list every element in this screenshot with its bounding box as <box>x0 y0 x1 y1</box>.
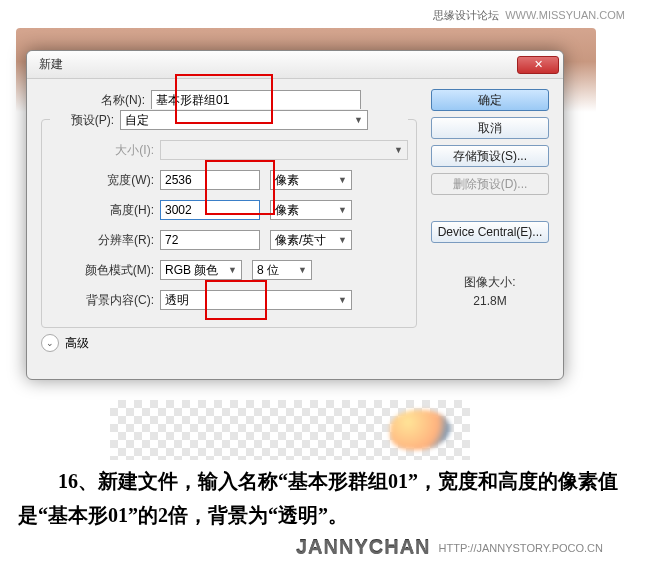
size-label: 大小(I): <box>50 142 160 159</box>
bottom-signature: JANNYCHAN HTTP://JANNYSTORY.POCO.CN <box>296 536 603 559</box>
width-unit-dropdown[interactable]: 像素▼ <box>270 170 352 190</box>
titlebar[interactable]: 新建 ✕ <box>27 51 563 79</box>
checkerboard-bg <box>110 400 470 460</box>
chevron-down-icon: ▼ <box>338 175 347 185</box>
preset-dropdown[interactable]: 自定▼ <box>120 110 368 130</box>
colormode-dropdown[interactable]: RGB 颜色▼ <box>160 260 242 280</box>
chevron-down-icon: ▼ <box>354 115 363 125</box>
advanced-row[interactable]: ⌄ 高级 <box>41 334 417 352</box>
background-dropdown[interactable]: 透明▼ <box>160 290 352 310</box>
chevron-down-icon: ▼ <box>394 145 403 155</box>
width-input[interactable] <box>160 170 260 190</box>
chevron-down-icon: ▼ <box>338 295 347 305</box>
top-watermark: 思缘设计论坛WWW.MISSYUAN.COM <box>433 8 625 23</box>
height-label: 高度(H): <box>50 202 160 219</box>
instruction-text: 16、新建文件，输入名称“基本形群组01”，宽度和高度的像素值是“基本形01”的… <box>18 464 628 532</box>
chevron-double-down-icon[interactable]: ⌄ <box>41 334 59 352</box>
name-label: 名称(N): <box>41 92 151 109</box>
resolution-input[interactable] <box>160 230 260 250</box>
colormode-label: 颜色模式(M): <box>50 262 160 279</box>
resolution-unit-dropdown[interactable]: 像素/英寸▼ <box>270 230 352 250</box>
close-button[interactable]: ✕ <box>517 56 559 74</box>
chevron-down-icon: ▼ <box>228 265 237 275</box>
dialog-title: 新建 <box>39 56 517 73</box>
chevron-down-icon: ▼ <box>338 205 347 215</box>
image-size-info: 图像大小: 21.8M <box>431 273 549 311</box>
ok-button[interactable]: 确定 <box>431 89 549 111</box>
size-dropdown: ▼ <box>160 140 408 160</box>
device-central-button[interactable]: Device Central(E)... <box>431 221 549 243</box>
advanced-label: 高级 <box>65 335 89 352</box>
height-input[interactable] <box>160 200 260 220</box>
cancel-button[interactable]: 取消 <box>431 117 549 139</box>
background-label: 背景内容(C): <box>50 292 160 309</box>
name-input[interactable] <box>151 90 361 110</box>
chevron-down-icon: ▼ <box>338 235 347 245</box>
height-unit-dropdown[interactable]: 像素▼ <box>270 200 352 220</box>
bitdepth-dropdown[interactable]: 8 位▼ <box>252 260 312 280</box>
signature-url: HTTP://JANNYSTORY.POCO.CN <box>439 542 603 554</box>
preset-label: 预设(P): <box>50 112 120 129</box>
new-document-dialog: 新建 ✕ 名称(N): 预设(P): 自定▼ 大小(I): ▼ <box>26 50 564 380</box>
save-preset-button[interactable]: 存储预设(S)... <box>431 145 549 167</box>
resolution-label: 分辨率(R): <box>50 232 160 249</box>
chevron-down-icon: ▼ <box>298 265 307 275</box>
settings-fieldset: 预设(P): 自定▼ 大小(I): ▼ 宽度(W): 像素▼ <box>41 119 417 328</box>
signature-logo: JANNYCHAN <box>296 536 431 559</box>
delete-preset-button: 删除预设(D)... <box>431 173 549 195</box>
width-label: 宽度(W): <box>50 172 160 189</box>
